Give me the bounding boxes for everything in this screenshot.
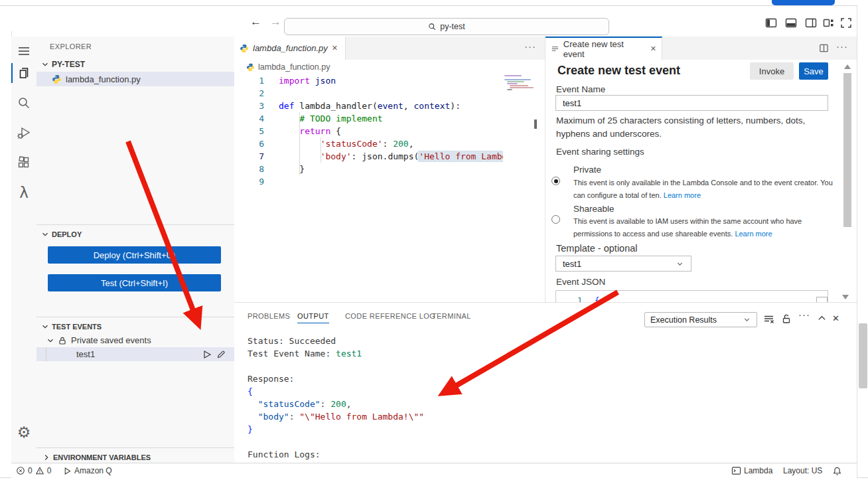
- edit-test-event-icon[interactable]: [216, 350, 226, 359]
- maximize-panel-icon[interactable]: [817, 313, 827, 323]
- private-saved-events-row[interactable]: Private saved events: [36, 333, 234, 347]
- toggle-secondary-sidebar-icon[interactable]: [805, 17, 817, 29]
- env-section-label: ENVIRONMENT VARIABLES: [53, 453, 151, 461]
- breadcrumb[interactable]: lambda_function.py: [234, 60, 503, 74]
- event-name-input[interactable]: [555, 95, 828, 111]
- aws-lambda-view-icon[interactable]: λ: [15, 183, 33, 202]
- tab-code-reference-log[interactable]: CODE REFERENCE LOG: [345, 312, 435, 320]
- code-line: 4 # TODO implement: [234, 112, 503, 125]
- private-description: This event is only available in the Lamb…: [573, 177, 839, 202]
- notifications-status[interactable]: [832, 463, 842, 478]
- output-log[interactable]: Status: Succeeded Test Event Name: test1…: [248, 335, 845, 473]
- output-line: Test Event Name: test1: [248, 347, 845, 360]
- chevron-down-icon: [46, 336, 55, 345]
- command-center-search[interactable]: py-test: [284, 18, 609, 35]
- invoke-button[interactable]: Invoke: [750, 62, 794, 80]
- section-divider: [36, 447, 234, 448]
- workspace-name: PY-TEST: [52, 60, 85, 69]
- close-tab-icon[interactable]: ✕: [650, 44, 656, 53]
- private-radio[interactable]: [551, 177, 560, 185]
- test-events-section-header[interactable]: TEST EVENTS: [36, 319, 234, 333]
- extensions-view-icon[interactable]: [15, 153, 33, 172]
- tab-title: lambda_function.py: [253, 43, 328, 53]
- back-arrow-icon[interactable]: ←: [250, 15, 261, 29]
- amazon-q-status[interactable]: Amazon Q: [63, 463, 112, 478]
- close-panel-icon[interactable]: ✕: [832, 313, 839, 323]
- tab-create-test-event[interactable]: Create new test event ✕: [545, 37, 662, 60]
- test-event-row[interactable]: test1: [36, 347, 234, 361]
- private-saved-events-label: Private saved events: [71, 335, 151, 345]
- toggle-primary-sidebar-icon[interactable]: [765, 17, 777, 29]
- python-icon: [52, 74, 62, 84]
- panel-more-actions[interactable]: ···: [798, 311, 810, 318]
- problems-status[interactable]: 0 0: [16, 463, 51, 478]
- overview-ruler-marker: [534, 120, 537, 129]
- secondary-more-actions[interactable]: ···: [836, 43, 848, 50]
- file-row-lambda-function[interactable]: lambda_function.py: [36, 72, 234, 86]
- right-panel-scrollbar[interactable]: [843, 73, 851, 227]
- tab-title: Create new test event: [563, 39, 646, 59]
- tab-problems[interactable]: PROBLEMS: [248, 312, 290, 320]
- unlock-icon[interactable]: [781, 313, 792, 324]
- shareable-description: This event is available to IAM users wit…: [573, 215, 839, 240]
- run-debug-view-icon[interactable]: [15, 123, 33, 142]
- scroll-down-icon[interactable]: [842, 295, 849, 299]
- template-dropdown[interactable]: test1: [555, 256, 691, 272]
- amazon-q-label: Amazon Q: [74, 466, 112, 475]
- chevron-down-icon: [40, 230, 50, 239]
- indent-guide: [321, 137, 321, 163]
- split-editor-icon[interactable]: [819, 43, 829, 53]
- output-line: Response:: [248, 372, 845, 385]
- scroll-up-icon[interactable]: [844, 64, 851, 69]
- close-tab-icon[interactable]: ✕: [332, 44, 338, 52]
- code-line: 2: [234, 87, 503, 100]
- private-learn-more-link[interactable]: Learn more: [664, 191, 701, 199]
- right-border: [857, 5, 857, 477]
- editor-more-actions[interactable]: ···: [524, 43, 536, 50]
- environment-variables-header[interactable]: ENVIRONMENT VARIABLES: [36, 450, 234, 464]
- run-test-event-icon[interactable]: [202, 350, 212, 359]
- menu-icon[interactable]: [15, 42, 33, 60]
- tab-output[interactable]: OUTPUT: [297, 312, 329, 323]
- deploy-button[interactable]: Deploy (Ctrl+Shift+U): [48, 246, 221, 264]
- editor-tab-bar: lambda_function.py ✕ ···: [234, 37, 545, 60]
- save-button[interactable]: Save: [799, 62, 828, 80]
- output-line: "body": "\"Hello from Lambda!\"": [248, 410, 845, 423]
- vscode-window: ← → py-test λ ⚙ EXPLORER ··· PY-TEST lam…: [0, 0, 868, 484]
- output-channel-selector[interactable]: Execution Results: [644, 312, 757, 327]
- create-test-event-panel: Create new test event Invoke Save Event …: [545, 60, 840, 302]
- top-border: [0, 5, 857, 6]
- minimap[interactable]: [503, 74, 535, 109]
- output-line: Status: Succeeded: [248, 335, 845, 347]
- warning-count: 0: [47, 466, 52, 475]
- customize-layout-icon[interactable]: [823, 17, 835, 29]
- shareable-learn-more-link[interactable]: Learn more: [735, 230, 772, 238]
- output-line: }: [248, 423, 845, 436]
- template-label: Template - optional: [556, 243, 638, 254]
- test-button[interactable]: Test (Ctrl+Shift+I): [48, 274, 221, 291]
- code-line: 8 }: [234, 163, 503, 175]
- settings-gear-icon[interactable]: ⚙: [15, 423, 33, 442]
- activity-bar: λ ⚙: [11, 37, 37, 463]
- workspace-root-row[interactable]: PY-TEST: [36, 57, 234, 71]
- deploy-section-header[interactable]: DEPLOY: [36, 227, 234, 241]
- tab-lambda-function[interactable]: lambda_function.py ✕: [234, 37, 346, 60]
- search-view-icon[interactable]: [15, 94, 33, 112]
- output-channel-value: Execution Results: [650, 315, 717, 325]
- shareable-radio[interactable]: [551, 215, 560, 224]
- clear-output-icon[interactable]: [763, 313, 774, 325]
- fullscreen-icon[interactable]: [840, 17, 852, 29]
- code-line-current: 7 'body': json.dumps('Hello from Lambda!…: [234, 150, 503, 163]
- forward-arrow-icon[interactable]: →: [270, 15, 281, 29]
- test-event-name: test1: [76, 349, 95, 359]
- active-view-indicator: [11, 63, 13, 83]
- tab-terminal[interactable]: TERMINAL: [432, 312, 471, 320]
- sharing-settings-label: Event sharing settings: [556, 147, 644, 157]
- browser-scrollbar-thumb[interactable]: [859, 323, 867, 388]
- lambda-terminal-status[interactable]: Lambda: [731, 463, 772, 478]
- code-editor[interactable]: 1import json 2 3def lambda_handler(event…: [234, 74, 503, 302]
- lock-icon: [58, 336, 67, 345]
- explorer-view-icon[interactable]: [15, 64, 33, 82]
- layout-status[interactable]: Layout: US: [783, 463, 822, 478]
- toggle-panel-icon[interactable]: [785, 17, 797, 29]
